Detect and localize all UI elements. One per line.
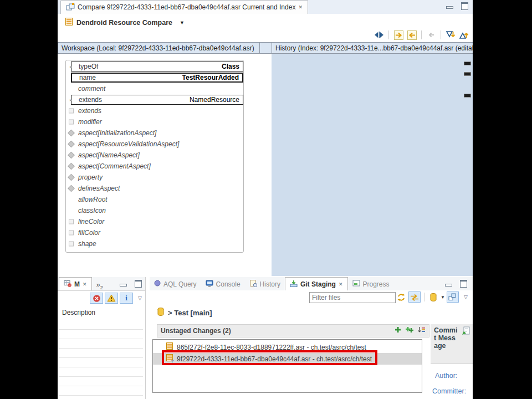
warnings-filter-toggle[interactable] (105, 293, 118, 304)
tab-aql-query[interactable]: AQL Query (150, 278, 201, 290)
git-staging-view: AQL Query Console History Git Staging ✕ … (150, 277, 473, 399)
history-pane (272, 54, 473, 276)
repository-icon[interactable] (428, 292, 439, 302)
tree-row-classicon[interactable]: classIcon (66, 205, 243, 216)
resource-file-icon (166, 342, 174, 352)
copy-left-icon[interactable] (406, 30, 417, 40)
tree-row-allowroot[interactable]: allowRoot (66, 194, 243, 205)
tab-git-staging[interactable]: Git Staging ✕ (285, 277, 348, 290)
tree-row-modifier[interactable]: modifier (66, 116, 243, 127)
refresh-icon[interactable] (396, 292, 407, 302)
viewer-selector-dropdown[interactable]: Dendroid Resource Compare ▼ (65, 18, 185, 27)
editor-tab-title: Compare 9f29722d-4333-11ed-bb67-dba0e49c… (78, 3, 295, 11)
close-icon[interactable]: ✕ (298, 4, 303, 10)
unstaged-changes-header: Unstaged Changes (2) (157, 324, 429, 337)
compare-mode-toggle[interactable] (408, 291, 421, 303)
console-icon (206, 280, 213, 289)
description-column-header[interactable]: Description (58, 305, 145, 316)
tree-row-aspect-name[interactable]: aspect[NameAspect] (66, 150, 243, 161)
unstaged-file-row[interactable]: 865f272f-f2e8-11ec-8033-d188971222ff.asr… (153, 341, 422, 353)
resource-property-tree[interactable]: ▸ typeOf Class name TestResourAdded comm… (65, 60, 244, 253)
change-marker[interactable] (464, 62, 471, 65)
maximize-icon[interactable] (460, 280, 467, 288)
tree-row-name[interactable]: name TestResourAdded (66, 72, 243, 83)
add-selected-icon[interactable] (394, 326, 402, 336)
info-filter-toggle[interactable]: i (120, 293, 133, 304)
close-icon[interactable]: ✕ (339, 282, 343, 287)
commit-message-header: Commit Message (431, 324, 473, 364)
compare-editor-icon (66, 3, 75, 12)
tab-console[interactable]: Console (201, 278, 245, 290)
minimize-icon[interactable] (446, 6, 453, 9)
copy-right-icon[interactable] (393, 30, 404, 40)
minimize-icon[interactable] (445, 284, 452, 287)
maximize-icon[interactable] (135, 280, 142, 288)
editor-tab-bar: Compare 9f29722d-4333-11ed-bb67-dba0e49c… (58, 0, 473, 14)
copy-disabled-icon (426, 30, 437, 40)
resource-file-untracked-icon: ? (166, 354, 174, 364)
changed-value-box: name TestResourAdded (71, 73, 243, 83)
tree-row-typeof[interactable]: ▸ typeOf Class (66, 61, 243, 72)
maximize-icon[interactable] (461, 2, 468, 10)
swap-left-right-icon[interactable] (374, 30, 385, 40)
markers-tab-bar: M ✕ »2 (58, 277, 145, 291)
change-marker[interactable] (464, 72, 471, 76)
viewer-selector-label: Dendroid Resource Compare (76, 19, 172, 27)
tab-history[interactable]: History (245, 278, 285, 290)
bottom-tab-bar: AQL Query Console History Git Staging ✕ … (150, 277, 473, 291)
chevron-down-icon[interactable]: ▼ (441, 295, 445, 300)
svg-text:?: ? (171, 359, 174, 362)
tree-row-extends-2[interactable]: extends (66, 105, 243, 116)
switch-layout-toggle[interactable] (447, 291, 459, 303)
tree-row-extends[interactable]: ▸ extends NamedResource (66, 94, 243, 105)
tree-row-property[interactable]: property (66, 172, 243, 183)
compare-editor-tab[interactable]: Compare 9f29722d-4333-11ed-bb67-dba0e49c… (60, 0, 308, 14)
changed-value-box: typeOf Class (71, 62, 243, 71)
tab-markers[interactable]: M ✕ (59, 277, 92, 290)
markers-view: M ✕ »2 i ▽ Description (58, 277, 146, 399)
view-menu-icon[interactable]: ▽ (464, 294, 468, 300)
checkbox-icon (69, 242, 74, 247)
errors-filter-toggle[interactable] (90, 293, 103, 304)
previous-difference-icon[interactable] (458, 30, 469, 40)
markers-table[interactable] (59, 320, 143, 399)
expander-icon[interactable]: ▸ (70, 64, 72, 69)
sort-icon[interactable] (417, 326, 426, 336)
filter-files-input[interactable] (309, 292, 396, 303)
close-icon[interactable]: ✕ (83, 282, 87, 287)
tree-row-comment[interactable]: comment (66, 83, 243, 94)
repository-node[interactable]: > Test [main] (157, 308, 212, 318)
tree-row-aspect-initialization[interactable]: aspect[InitializationAspect] (66, 127, 243, 139)
tree-row-fillcolor[interactable]: fillColor (66, 227, 243, 238)
checkbox-icon (69, 231, 74, 236)
markers-icon (64, 280, 71, 289)
next-difference-icon[interactable] (445, 30, 456, 40)
workspace-pane-header: Workspace (Local: 9f29722d-4333-11ed-bb6… (58, 42, 260, 54)
change-marker[interactable] (464, 94, 471, 98)
tab-progress[interactable]: Progress (348, 278, 394, 290)
tree-row-aspect-resourcevalidation[interactable]: aspect[ResourceValidationAspect] (66, 139, 243, 150)
unstaged-file-row-selected[interactable]: ? 9f29722d-4333-11ed-bb67-dba0e49c44af.a… (153, 353, 422, 365)
view-menu-icon[interactable]: ▽ (138, 295, 142, 301)
stacked-tabs-icon[interactable]: »2 (96, 280, 103, 290)
checkbox-icon (69, 219, 74, 224)
workspace-pane: ▸ typeOf Class name TestResourAdded comm… (58, 54, 259, 276)
minimize-icon[interactable] (120, 284, 127, 287)
unstaged-changes-section: Unstaged Changes (2) (157, 324, 429, 337)
commit-message-section: Commit Message Author: Committer: (431, 324, 473, 399)
unstaged-files-list[interactable]: 865f272f-f2e8-11ec-8033-d188971222ff.asr… (152, 339, 422, 393)
chevron-down-icon: ▼ (180, 20, 185, 25)
tree-row-aspect-comment[interactable]: aspect[CommentAspect] (66, 161, 243, 172)
tree-row-linecolor[interactable]: lineColor (66, 216, 243, 227)
tree-row-shape[interactable]: shape (66, 238, 243, 249)
repository-icon (157, 308, 164, 318)
expander-icon[interactable]: ▸ (70, 98, 72, 103)
markers-toolbar: i ▽ (58, 291, 145, 305)
add-all-icon[interactable] (405, 326, 414, 336)
git-staging-toolbar-row: ▼ ▽ (150, 290, 473, 305)
compare-toolbar (374, 30, 469, 40)
eclipse-window: Compare 9f29722d-4333-11ed-bb67-dba0e49c… (58, 0, 473, 399)
author-label: Author: (435, 372, 473, 380)
commit-message-icon[interactable] (462, 326, 470, 337)
tree-row-definesaspect[interactable]: definesAspect (66, 183, 243, 194)
